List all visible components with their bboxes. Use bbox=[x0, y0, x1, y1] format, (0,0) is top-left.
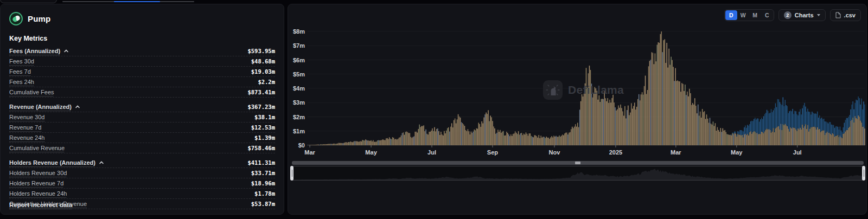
metric-group: Fees (Annualized)$593.95mFees 30d$48.68m… bbox=[9, 46, 275, 98]
chevron-up-icon bbox=[99, 160, 104, 165]
metric-value: $758.46m bbox=[247, 145, 275, 151]
metric-value: $19.03m bbox=[251, 68, 275, 75]
metric-label[interactable]: Revenue 30d bbox=[9, 114, 44, 120]
tabbar-scroll-track bbox=[62, 1, 194, 2]
charts-count-badge: 2 bbox=[784, 11, 792, 19]
key-metrics-title: Key Metrics bbox=[9, 35, 275, 42]
metric-value: $12.53m bbox=[251, 124, 275, 131]
metric-value: $33.71m bbox=[251, 170, 275, 176]
svg-text:Sep: Sep bbox=[487, 149, 498, 156]
metric-row[interactable]: Holders Revenue 7d$18.96m bbox=[9, 178, 275, 189]
metric-label[interactable]: Holders Revenue 7d bbox=[9, 180, 63, 186]
metric-header-row[interactable]: Revenue (Annualized)$367.23m bbox=[9, 102, 275, 112]
metric-row[interactable]: Fees 24h$2.2m bbox=[9, 77, 275, 87]
metric-label[interactable]: Fees (Annualized) bbox=[9, 48, 69, 54]
metric-row[interactable]: Holders Revenue 30d$33.71m bbox=[9, 168, 275, 178]
metric-value: $1.39m bbox=[254, 134, 275, 141]
metric-label[interactable]: Revenue 7d bbox=[9, 124, 41, 131]
chevron-down-icon bbox=[817, 14, 820, 16]
metric-label[interactable]: Holders Revenue 24h bbox=[9, 190, 67, 197]
fees-bar-chart[interactable]: $0$1m$2m$3m$4m$5m$6m$7m$8mMarMayJulSepNo… bbox=[288, 4, 866, 159]
svg-text:Jul: Jul bbox=[427, 149, 436, 156]
chevron-up-icon bbox=[75, 105, 80, 109]
chart-controls: DWMC 2 Charts .csv bbox=[724, 9, 861, 21]
metric-group: Revenue (Annualized)$367.23mRevenue 30d$… bbox=[9, 102, 275, 153]
metric-row[interactable]: Revenue 30d$38.1m bbox=[9, 112, 275, 123]
key-metrics-panel: Pump Key Metrics Fees (Annualized)$593.9… bbox=[0, 4, 284, 215]
chart-zoom-scrollbar[interactable] bbox=[292, 161, 864, 165]
chart-panel: DWMC 2 Charts .csv $0$1m$2m$3m$4m$5m$6m$… bbox=[288, 4, 867, 215]
svg-text:2025: 2025 bbox=[609, 149, 622, 156]
metric-row[interactable]: Revenue 24h$1.39m bbox=[9, 133, 275, 143]
interval-button-c[interactable]: C bbox=[761, 10, 773, 20]
svg-text:Nov: Nov bbox=[549, 149, 561, 156]
brush-minichart bbox=[292, 166, 864, 180]
charts-dropdown-button[interactable]: 2 Charts bbox=[778, 9, 826, 21]
brush-handle-right[interactable] bbox=[862, 166, 865, 181]
metric-label[interactable]: Cumulative Fees bbox=[9, 89, 54, 95]
metric-groups: Fees (Annualized)$593.95mFees 30d$48.68m… bbox=[9, 46, 275, 209]
pump-logo-icon bbox=[9, 12, 23, 25]
interval-button-w[interactable]: W bbox=[737, 10, 749, 20]
svg-text:$7m: $7m bbox=[293, 42, 305, 49]
metric-label[interactable]: Fees 24h bbox=[9, 79, 34, 85]
chevron-up-icon bbox=[63, 49, 69, 53]
active-tab-stub[interactable] bbox=[0, 0, 57, 3]
metric-row[interactable]: Holders Revenue 24h$1.78m bbox=[9, 189, 275, 199]
svg-text:$8m: $8m bbox=[293, 28, 305, 35]
metric-value: $1.78m bbox=[254, 190, 275, 197]
interval-button-m[interactable]: M bbox=[749, 10, 761, 20]
metric-value: $367.23m bbox=[247, 104, 275, 110]
brush-handle-left[interactable] bbox=[290, 166, 293, 181]
protocol-name: Pump bbox=[28, 14, 50, 23]
metric-label[interactable]: Fees 30d bbox=[9, 58, 34, 65]
interval-button-d[interactable]: D bbox=[725, 10, 737, 20]
svg-text:$3m: $3m bbox=[293, 99, 305, 106]
charts-dropdown-label: Charts bbox=[795, 12, 814, 18]
metric-label[interactable]: Cumulative Revenue bbox=[9, 145, 65, 151]
report-incorrect-data-link[interactable]: Report incorrect data bbox=[9, 202, 72, 208]
metric-header-row[interactable]: Fees (Annualized)$593.95m bbox=[9, 46, 275, 56]
svg-text:$5m: $5m bbox=[293, 71, 305, 78]
svg-text:$6m: $6m bbox=[293, 57, 305, 63]
svg-text:Mar: Mar bbox=[304, 149, 315, 156]
metric-label[interactable]: Revenue (Annualized) bbox=[9, 104, 80, 110]
metric-value: $53.87m bbox=[251, 201, 275, 207]
zoom-scrollbar-thumb[interactable] bbox=[575, 162, 580, 164]
metric-label[interactable]: Revenue 24h bbox=[9, 134, 44, 141]
timeline-brush[interactable] bbox=[292, 166, 864, 181]
csv-download-button[interactable]: .csv bbox=[830, 9, 861, 21]
metric-row[interactable]: Revenue 7d$12.53m bbox=[9, 123, 275, 133]
metric-header-row[interactable]: Holders Revenue (Annualized)$411.31m bbox=[9, 158, 275, 168]
metric-value: $593.95m bbox=[247, 48, 275, 54]
metric-value: $38.1m bbox=[254, 114, 275, 120]
metric-row[interactable]: Cumulative Revenue$758.46m bbox=[9, 143, 275, 153]
csv-button-label: .csv bbox=[844, 12, 856, 18]
metric-row[interactable]: Fees 30d$48.68m bbox=[9, 56, 275, 67]
metric-value: $873.41m bbox=[247, 89, 275, 95]
svg-text:$2m: $2m bbox=[293, 114, 305, 120]
svg-text:Mar: Mar bbox=[671, 149, 681, 156]
metric-label[interactable]: Holders Revenue 30d bbox=[9, 170, 67, 176]
metric-label[interactable]: Fees 7d bbox=[9, 68, 31, 75]
protocol-header: Pump bbox=[9, 12, 275, 25]
svg-text:May: May bbox=[365, 149, 377, 156]
interval-selector: DWMC bbox=[724, 9, 774, 21]
svg-text:$4m: $4m bbox=[293, 85, 305, 92]
metric-row[interactable]: Fees 7d$19.03m bbox=[9, 67, 275, 77]
metric-value: $2.2m bbox=[258, 79, 275, 85]
metric-value: $48.68m bbox=[251, 58, 275, 65]
metric-value: $18.96m bbox=[251, 180, 275, 186]
file-icon bbox=[835, 12, 841, 18]
metric-label[interactable]: Holders Revenue (Annualized) bbox=[9, 159, 104, 166]
svg-text:May: May bbox=[731, 149, 743, 156]
tabbar-scroll-thumb[interactable] bbox=[114, 1, 160, 2]
metric-row[interactable]: Cumulative Fees$873.41m bbox=[9, 87, 275, 98]
metric-value: $411.31m bbox=[247, 159, 275, 166]
svg-text:$0: $0 bbox=[298, 142, 305, 149]
svg-text:$1m: $1m bbox=[293, 128, 305, 134]
svg-text:Jul: Jul bbox=[793, 149, 802, 156]
